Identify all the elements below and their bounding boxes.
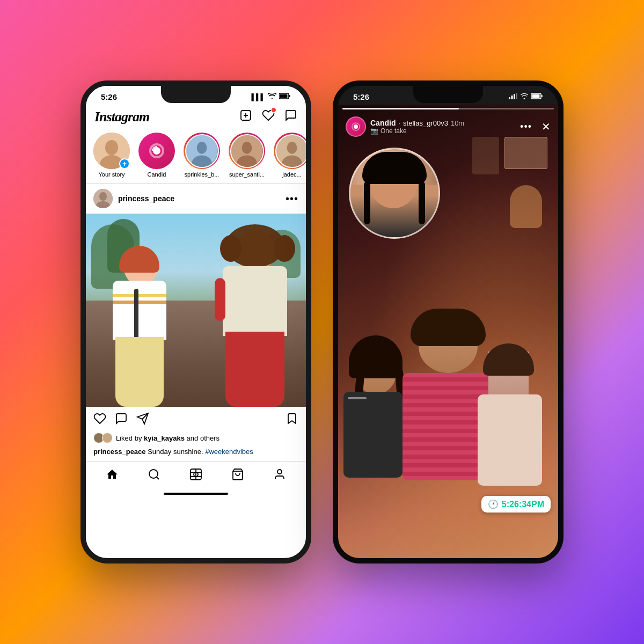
svg-point-9 [155,149,158,152]
story-progress-bar [342,108,554,109]
story-item-candid[interactable]: Candid [137,133,176,178]
story-candid-name: Candid [370,119,396,127]
story-more-button[interactable]: ••• [520,121,532,133]
nav-search-button[interactable] [148,468,160,484]
svg-line-25 [157,477,159,479]
signal-icon-right [509,93,517,101]
time-sticker-clock-icon: 🕐 [488,499,499,509]
story-header: Candid · stellas_gr00v3 10m 📷 One take •… [338,112,558,141]
wifi-icon-right [520,93,529,101]
time-left: 5:26 [101,92,117,101]
svg-point-24 [149,470,158,478]
nav-shop-button[interactable] [231,468,244,484]
wifi-icon-left [268,93,276,101]
signal-icon-left: ▌▌▌ [251,93,265,101]
story-subtitle: One take [380,127,407,135]
status-icons-right [509,93,543,101]
story-username-row: Candid · stellas_gr00v3 10m [370,119,464,127]
battery-icon-right [531,93,543,101]
caption-hashtag[interactable]: #weekendvibes [205,448,253,456]
right-phone: 5:26 [333,80,564,564]
post-likes: Liked by kyia_kayaks and others [86,431,306,447]
svg-point-14 [241,142,252,153]
story-time-ago: 10m [451,119,464,127]
notch-right [413,86,483,103]
svg-point-20 [99,192,107,201]
story-candid-avatar [346,116,366,137]
time-sticker: 🕐 5:26:34PM [481,496,551,513]
comment-button[interactable] [115,412,128,428]
post-actions-left [93,412,149,428]
left-phone: 5:26 ▌▌▌ Instagram [80,80,311,564]
story-other-username: stellas_gr00v3 [403,119,448,127]
story-header-actions: ••• ✕ [520,120,551,133]
svg-point-17 [287,142,297,153]
status-icons-left: ▌▌▌ [251,93,291,101]
your-story-label: Your story [98,171,125,178]
story-progress-fill [342,108,459,109]
nav-profile-button[interactable] [273,468,286,484]
story-separator: · [398,119,400,127]
notch-left [161,86,231,103]
candid-avatar-wrap [138,133,175,169]
jade-label: jadec... [282,171,301,178]
candid-label: Candid [148,171,166,178]
nav-reels-button[interactable] [189,468,202,484]
story-container: Candid · stellas_gr00v3 10m 📷 One take •… [338,105,558,564]
nav-home-button[interactable] [106,468,119,484]
svg-rect-36 [516,93,518,99]
selfie-bubble [349,148,440,239]
svg-point-39 [354,125,358,129]
story-item-your-story[interactable]: + Your story [92,133,131,178]
svg-rect-38 [532,94,540,98]
svg-rect-35 [514,94,515,99]
battery-icon-left [279,93,291,101]
liked-by-user[interactable]: kyia_kayaks [144,434,185,442]
like-button[interactable] [93,412,106,428]
time-sticker-text: 5:26:34PM [502,500,544,509]
svg-point-32 [277,470,282,474]
instagram-logo: Instagram [94,109,149,125]
post-image [86,214,306,407]
svg-rect-33 [509,97,510,99]
post-more-button[interactable]: ••• [286,193,298,205]
likes-text: Liked by kyia_kayaks and others [116,434,219,442]
stories-row: + Your story Can [86,127,306,184]
camera-icon: 📷 [370,127,378,135]
story-item-sprinkles[interactable]: sprinkles_b... [182,133,221,178]
story-item-super-santi[interactable]: super_santi... [228,133,266,178]
share-button[interactable] [136,412,149,428]
home-indicator-left [164,493,228,495]
story-item-jade[interactable]: jadec... [273,133,306,178]
story-user-section: Candid · stellas_gr00v3 10m 📷 One take [346,116,464,137]
svg-point-11 [196,142,207,153]
ig-header: Instagram [86,105,306,127]
svg-rect-34 [511,96,513,99]
bottom-nav [86,461,306,488]
post-header: princess_peace ••• [86,184,306,214]
notifications-button[interactable] [262,109,275,125]
story-subtitle-row: 📷 One take [370,127,464,135]
time-right: 5:26 [353,92,369,101]
ig-header-icons [239,109,297,125]
post-username[interactable]: princess_peace [118,194,174,203]
your-story-avatar-wrap: + [93,133,130,169]
story-close-button[interactable]: ✕ [541,120,551,133]
likes-avatars: Liked by kyia_kayaks and others [93,433,298,443]
add-content-button[interactable] [239,109,252,125]
messenger-button[interactable] [284,109,297,125]
svg-point-6 [105,140,118,155]
sprinkles-label: sprinkles_b... [185,171,219,178]
bookmark-button[interactable] [286,412,298,428]
post-user-info: princess_peace [93,189,174,208]
post-caption: princess_peace Sunday sunshine. #weekend… [86,447,306,461]
post-actions [86,407,306,431]
post-avatar [93,189,113,208]
svg-rect-1 [280,94,288,98]
super-santi-label: super_santi... [229,171,265,178]
caption-username[interactable]: princess_peace [93,448,146,456]
story-user-text-group: Candid · stellas_gr00v3 10m 📷 One take [370,119,464,135]
